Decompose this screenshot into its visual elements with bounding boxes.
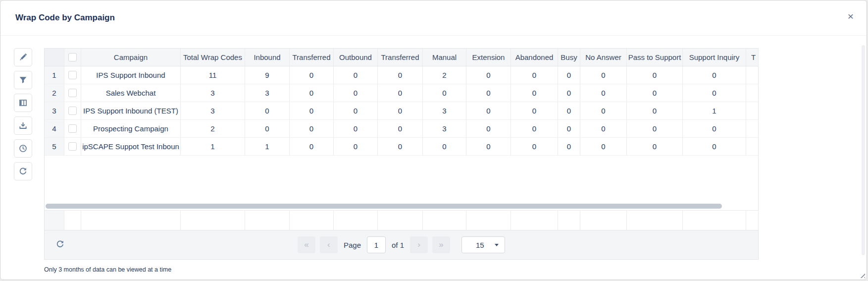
value-cell: 0 <box>423 84 466 102</box>
column-header-clipped[interactable]: T <box>746 49 759 66</box>
value-cell: 0 <box>466 102 511 119</box>
close-button[interactable]: × <box>843 8 859 24</box>
column-header[interactable]: Inbound <box>245 49 290 66</box>
columns-icon <box>19 99 27 106</box>
value-cell: 0 <box>290 138 334 155</box>
columns-button[interactable] <box>14 94 32 112</box>
table-row[interactable]: 5ipSCAPE Suppot Test Inboun110000000000 <box>45 138 758 156</box>
column-header[interactable]: Manual <box>423 49 466 66</box>
value-cell: 0 <box>558 66 580 84</box>
empty-grid-row <box>45 210 758 230</box>
value-cell: 3 <box>423 120 466 137</box>
value-cell: 0 <box>683 66 746 84</box>
dialog-header: Wrap Code by Campaign × <box>0 0 867 36</box>
row-checkbox[interactable] <box>68 124 77 133</box>
value-cell: 0 <box>683 120 746 137</box>
select-all-checkbox[interactable] <box>68 53 77 61</box>
column-header[interactable]: Campaign <box>81 49 181 66</box>
value-cell: 1 <box>683 102 746 119</box>
value-cell: 0 <box>245 102 290 119</box>
next-page-button[interactable]: › <box>410 236 428 253</box>
prev-page-button[interactable]: ‹ <box>320 236 338 253</box>
value-cell: 0 <box>683 138 746 155</box>
column-header[interactable]: Busy <box>558 49 580 66</box>
last-page-button[interactable]: » <box>432 236 450 253</box>
value-cell: 0 <box>580 84 627 102</box>
clock-icon <box>19 144 27 152</box>
page-label: Page <box>342 241 362 249</box>
value-cell: 1 <box>181 138 245 155</box>
column-header[interactable]: No Answer <box>580 49 627 66</box>
row-checkbox[interactable] <box>68 142 77 151</box>
value-cell: 0 <box>580 138 627 155</box>
table-row[interactable]: 2Sales Webchat330000000000 <box>45 84 758 102</box>
column-header[interactable]: Abandoned <box>511 49 558 66</box>
row-checkbox-cell <box>64 120 81 137</box>
value-cell: 0 <box>627 66 683 84</box>
row-checkbox[interactable] <box>68 107 77 115</box>
value-cell: 3 <box>423 102 466 119</box>
empty-cell <box>81 211 181 230</box>
table-row[interactable]: 4Prospecting Campaign200003000000 <box>45 120 758 138</box>
value-cell: 0 <box>558 138 580 155</box>
page-size-value: 15 <box>476 241 484 249</box>
column-header[interactable]: Transferred <box>290 49 334 66</box>
download-icon <box>19 121 27 129</box>
empty-cell <box>334 211 378 230</box>
value-cell: 0 <box>334 84 378 102</box>
row-checkbox[interactable] <box>68 89 77 97</box>
clock-button[interactable] <box>14 139 32 158</box>
refresh-button[interactable] <box>51 236 68 253</box>
column-header[interactable]: Transferred <box>378 49 423 66</box>
value-cell: 11 <box>181 66 245 84</box>
empty-cell <box>511 211 558 230</box>
refresh-icon <box>19 167 27 174</box>
grid-column: CampaignTotal Wrap CodesInboundTransferr… <box>44 48 759 273</box>
page-number-input[interactable] <box>367 236 386 253</box>
column-header[interactable]: Outbound <box>334 49 378 66</box>
row-checkbox-cell <box>64 84 81 102</box>
column-header[interactable]: Extension <box>466 49 511 66</box>
table-row[interactable]: 3IPS Support Inbound (TEST)300003000001 <box>45 102 758 120</box>
page-size-dropdown[interactable]: 15 <box>461 236 505 253</box>
horizontal-scrollbar-thumb[interactable] <box>46 204 722 209</box>
row-number: 2 <box>45 84 64 102</box>
paging-controls: « ‹ Page of 1 › » 15 <box>298 236 505 253</box>
campaign-cell: IPS Support Inbound (TEST) <box>81 102 181 119</box>
value-cell: 0 <box>466 138 511 155</box>
empty-cell <box>45 211 64 230</box>
refresh-button[interactable] <box>14 162 32 180</box>
column-header[interactable]: Pass to Support <box>627 49 683 66</box>
value-cell: 0 <box>334 66 378 84</box>
select-all-cell <box>64 49 81 66</box>
row-number: 3 <box>45 102 64 119</box>
refresh-icon <box>56 242 64 250</box>
vertical-scrollbar-track <box>862 45 865 255</box>
empty-cell <box>466 211 511 230</box>
table-row[interactable]: 1IPS Support Inbound1190002000000 <box>45 66 758 84</box>
value-cell: 0 <box>378 66 423 84</box>
value-cell: 0 <box>466 84 511 102</box>
value-cell: 0 <box>511 84 558 102</box>
value-cell: 0 <box>378 84 423 102</box>
value-cell: 0 <box>580 66 627 84</box>
column-header[interactable]: Support Inquiry <box>683 49 746 66</box>
first-page-button[interactable]: « <box>298 236 315 253</box>
empty-cell <box>245 211 290 230</box>
double-chevron-right-icon: » <box>439 240 443 249</box>
grid-header-row: CampaignTotal Wrap CodesInboundTransferr… <box>45 49 758 66</box>
row-checkbox[interactable] <box>68 71 77 79</box>
column-header[interactable]: Total Wrap Codes <box>181 49 245 66</box>
filter-icon <box>19 76 27 83</box>
value-cell-clipped <box>746 66 758 84</box>
value-cell: 0 <box>466 66 511 84</box>
of-total-label: of 1 <box>390 241 406 249</box>
value-cell: 0 <box>378 102 423 119</box>
pencil-button[interactable] <box>14 48 32 66</box>
download-button[interactable] <box>14 116 32 135</box>
wrap-code-by-campaign-dialog: Wrap Code by Campaign × CampaignTotal Wr… <box>0 0 867 280</box>
close-icon: × <box>848 10 854 22</box>
filter-button[interactable] <box>14 71 32 89</box>
value-cell: 3 <box>181 84 245 102</box>
value-cell: 0 <box>511 102 558 119</box>
